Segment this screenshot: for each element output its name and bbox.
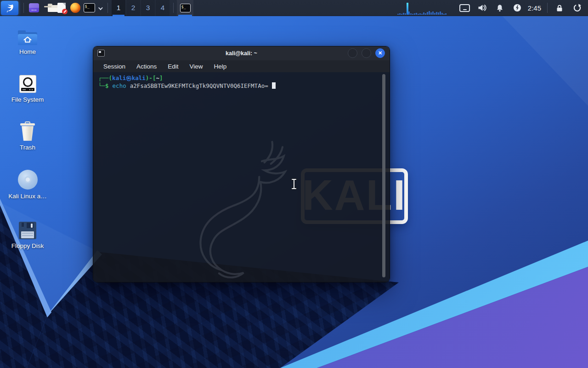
prompt-path: ~ [156,75,159,81]
logout-button[interactable] [571,1,582,15]
menu-edit[interactable]: Edit [163,62,183,71]
applications-menu-button[interactable] [1,1,18,15]
prompt-frame: ┌──( [98,75,112,81]
pencil-badge-icon [62,9,68,14]
power-manager-icon [513,4,521,12]
desktop-icon-file-system[interactable]: File System [5,73,51,103]
window-app-icon [29,3,39,12]
menu-help[interactable]: Help [209,62,232,71]
window-title: kali@kali: ~ [93,50,390,57]
ibeam-cursor [290,178,298,190]
logout-icon [573,4,582,12]
desktop-icon-home[interactable]: Home [5,25,51,55]
maximize-button[interactable] [362,48,371,58]
terminal-menubar: Session Actions Edit View Help [93,60,390,72]
kali-dragon-watermark [187,137,321,279]
panel-separator [23,3,24,13]
volume-indicator[interactable] [477,1,488,15]
cpu-history-graph[interactable] [397,1,449,15]
menu-actions[interactable]: Actions [132,62,161,71]
desktop-icon-label: Trash [5,144,51,151]
workspace-3-button[interactable]: 3 [141,0,155,16]
home-folder-icon [18,29,37,45]
command-argument: a2FsaSBBTEw9KEFMTCkgTk9QQVNTV0Q6IEFMTAo= [130,82,268,89]
drive-icon [19,75,36,93]
lock-icon [555,4,564,12]
launcher-dropdown-button[interactable] [96,5,103,12]
panel-separator [173,3,174,13]
screen-indicator[interactable] [459,1,470,15]
launcher-window-app[interactable] [27,0,41,15]
disc-icon [18,170,38,190]
terminal-content[interactable]: ┌──(kali㉿kali)-[~] └─$echoa2FsaSBBTEw9KE… [93,72,390,282]
prompt-line-2: └─$echoa2FsaSBBTEw9KEFMTCkgTk9QQVNTV0Q6I… [98,82,390,90]
power-manager-indicator[interactable] [512,1,523,15]
command-text: echo [113,82,126,89]
floppy-icon [19,222,36,239]
house-glyph-icon [23,35,33,44]
taskbar-terminal-button[interactable]: $_ [177,0,193,16]
menu-view[interactable]: View [185,62,208,71]
document-edit-icon [57,3,66,13]
desktop-icon-kali-linux[interactable]: Kali Linux a… [5,169,51,200]
screen-icon [459,4,470,12]
chevron-down-icon [98,6,102,10]
workspace-1-button[interactable]: 1 [112,0,125,16]
desktop-icon-label: Home [5,48,51,55]
launcher-firefox[interactable] [68,0,82,15]
lock-screen-button[interactable] [554,1,565,15]
terminal-cursor [272,82,276,89]
prompt-frame: ] [159,75,163,81]
prompt-frame: └─$ [98,82,109,89]
desktop-icon-floppy-disk[interactable]: Floppy Disk [5,219,51,249]
firefox-icon [70,3,80,13]
prompt-frame: )-[ [146,75,156,81]
desktop-icon-label: Kali Linux a… [5,193,51,200]
terminal-titlebar[interactable]: kali@kali: ~ ✕ [93,46,390,60]
notifications-indicator[interactable] [494,1,505,15]
launcher-file-manager[interactable] [41,0,55,15]
desktop-icon-label: File System [5,96,51,103]
trash-icon [18,121,37,141]
minimize-button[interactable] [348,48,357,58]
terminal-window: kali@kali: ~ ✕ Session Actions Edit View… [93,46,390,282]
panel-separator [547,3,548,13]
scrollbar[interactable] [382,74,385,277]
top-panel: $_ 1 2 3 4 $_ [0,0,588,16]
desktop-icon-label: Floppy Disk [5,242,51,249]
volume-icon [478,4,486,12]
close-button[interactable]: ✕ [375,48,385,58]
prompt-user: kali㉿kali [112,75,146,81]
close-icon: ✕ [378,51,382,56]
bell-icon [496,4,504,12]
clock[interactable]: 2:45 [528,4,541,12]
launcher-terminal[interactable]: $_ [82,0,96,15]
terminal-icon: $_ [84,3,95,12]
panel-separator [107,3,108,13]
desktop-icon-trash[interactable]: Trash [5,121,51,151]
folder-icon [42,4,53,12]
kali-dragon-icon [4,2,15,13]
terminal-icon: $_ [180,4,191,12]
prompt-line-1: ┌──(kali㉿kali)-[~] [98,74,390,82]
workspace-2-button[interactable]: 2 [126,0,140,16]
workspace-4-button[interactable]: 4 [156,0,170,16]
menu-session[interactable]: Session [99,62,130,71]
